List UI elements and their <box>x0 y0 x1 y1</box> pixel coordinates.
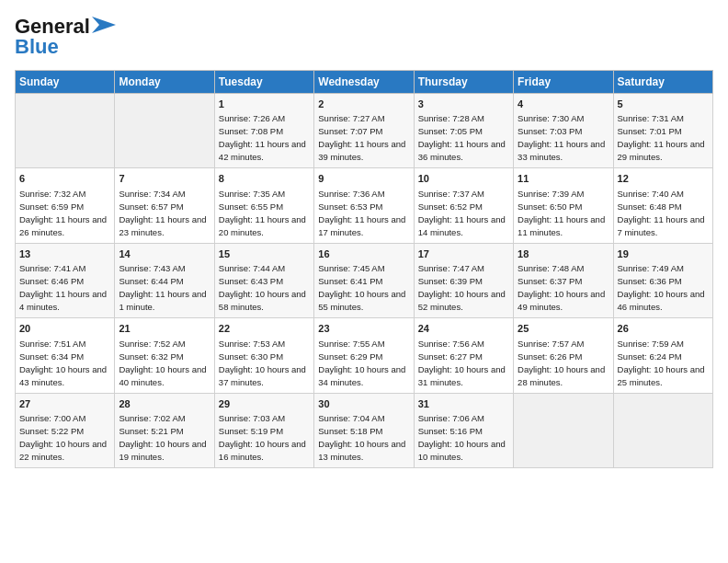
sunrise-text: Sunrise: 7:49 AM <box>618 263 684 273</box>
calendar-cell: 6Sunrise: 7:32 AMSunset: 6:59 PMDaylight… <box>16 168 115 243</box>
daylight-text: Daylight: 10 hours and 52 minutes. <box>418 289 506 312</box>
sunrise-text: Sunrise: 7:57 AM <box>518 339 584 349</box>
calendar-cell: 9Sunrise: 7:36 AMSunset: 6:53 PMDaylight… <box>314 168 414 243</box>
sunrise-text: Sunrise: 7:48 AM <box>518 263 584 273</box>
daylight-text: Daylight: 10 hours and 13 minutes. <box>318 439 405 462</box>
daylight-text: Daylight: 10 hours and 16 minutes. <box>219 439 306 462</box>
sunrise-text: Sunrise: 7:34 AM <box>119 189 185 199</box>
sunset-text: Sunset: 6:37 PM <box>518 276 582 286</box>
daylight-text: Daylight: 10 hours and 19 minutes. <box>119 439 206 462</box>
sunrise-text: Sunrise: 7:30 AM <box>518 113 584 123</box>
day-number: 7 <box>119 172 210 186</box>
daylight-text: Daylight: 11 hours and 17 minutes. <box>318 214 405 237</box>
calendar-cell <box>115 94 214 168</box>
day-number: 15 <box>219 247 310 261</box>
calendar-cell: 3Sunrise: 7:28 AMSunset: 7:05 PMDaylight… <box>414 94 513 168</box>
sunset-text: Sunset: 6:59 PM <box>19 201 84 212</box>
sunset-text: Sunset: 5:16 PM <box>418 426 483 436</box>
daylight-text: Daylight: 10 hours and 25 minutes. <box>618 364 705 387</box>
calendar-week-row: 6Sunrise: 7:32 AMSunset: 6:59 PMDaylight… <box>16 168 713 243</box>
sunset-text: Sunset: 6:50 PM <box>518 201 582 212</box>
sunset-text: Sunset: 6:29 PM <box>318 351 382 362</box>
day-number: 17 <box>418 247 509 261</box>
calendar-week-row: 27Sunrise: 7:00 AMSunset: 5:22 PMDayligh… <box>16 393 713 467</box>
calendar-week-row: 20Sunrise: 7:51 AMSunset: 6:34 PMDayligh… <box>16 318 713 393</box>
header-thursday: Thursday <box>414 71 513 94</box>
day-number: 12 <box>618 172 709 186</box>
daylight-text: Daylight: 11 hours and 11 minutes. <box>518 214 605 237</box>
daylight-text: Daylight: 11 hours and 1 minute. <box>119 289 206 312</box>
calendar-cell: 21Sunrise: 7:52 AMSunset: 6:32 PMDayligh… <box>115 318 214 393</box>
sunrise-text: Sunrise: 7:06 AM <box>418 413 484 423</box>
sunset-text: Sunset: 6:46 PM <box>19 276 84 286</box>
calendar-header-row: SundayMondayTuesdayWednesdayThursdayFrid… <box>16 71 713 94</box>
sunrise-text: Sunrise: 7:36 AM <box>318 189 384 199</box>
calendar-cell: 31Sunrise: 7:06 AMSunset: 5:16 PMDayligh… <box>414 393 513 467</box>
sunrise-text: Sunrise: 7:35 AM <box>219 189 285 199</box>
day-number: 1 <box>219 98 310 111</box>
sunrise-text: Sunrise: 7:32 AM <box>19 189 85 199</box>
daylight-text: Daylight: 11 hours and 23 minutes. <box>119 214 206 237</box>
sunset-text: Sunset: 6:36 PM <box>618 276 682 286</box>
sunrise-text: Sunrise: 7:26 AM <box>219 113 285 123</box>
sunrise-text: Sunrise: 7:04 AM <box>318 413 384 423</box>
calendar-cell: 20Sunrise: 7:51 AMSunset: 6:34 PMDayligh… <box>16 318 115 393</box>
sunrise-text: Sunrise: 7:52 AM <box>119 339 185 349</box>
sunrise-text: Sunrise: 7:47 AM <box>418 263 484 273</box>
sunset-text: Sunset: 7:03 PM <box>518 126 582 136</box>
sunrise-text: Sunrise: 7:40 AM <box>618 189 684 199</box>
header-monday: Monday <box>115 71 214 94</box>
day-number: 16 <box>318 247 409 261</box>
sunset-text: Sunset: 6:55 PM <box>219 201 283 212</box>
header-sunday: Sunday <box>16 71 115 94</box>
sunrise-text: Sunrise: 7:45 AM <box>318 263 384 273</box>
calendar-cell: 10Sunrise: 7:37 AMSunset: 6:52 PMDayligh… <box>414 168 513 243</box>
daylight-text: Daylight: 11 hours and 20 minutes. <box>219 214 306 237</box>
calendar-table: SundayMondayTuesdayWednesdayThursdayFrid… <box>15 70 713 468</box>
sunset-text: Sunset: 5:19 PM <box>219 426 283 436</box>
daylight-text: Daylight: 10 hours and 37 minutes. <box>219 364 306 387</box>
sunset-text: Sunset: 6:39 PM <box>418 276 483 286</box>
sunrise-text: Sunrise: 7:55 AM <box>318 339 384 349</box>
calendar-cell: 13Sunrise: 7:41 AMSunset: 6:46 PMDayligh… <box>16 243 115 317</box>
sunset-text: Sunset: 7:01 PM <box>618 126 682 136</box>
sunset-text: Sunset: 7:05 PM <box>418 126 483 136</box>
calendar-cell: 22Sunrise: 7:53 AMSunset: 6:30 PMDayligh… <box>214 318 313 393</box>
sunset-text: Sunset: 6:32 PM <box>119 351 183 362</box>
calendar-cell: 17Sunrise: 7:47 AMSunset: 6:39 PMDayligh… <box>414 243 513 317</box>
day-number: 30 <box>318 397 409 411</box>
daylight-text: Daylight: 11 hours and 36 minutes. <box>418 139 506 162</box>
calendar-week-row: 13Sunrise: 7:41 AMSunset: 6:46 PMDayligh… <box>16 243 713 317</box>
calendar-cell: 12Sunrise: 7:40 AMSunset: 6:48 PMDayligh… <box>613 168 712 243</box>
calendar-cell: 23Sunrise: 7:55 AMSunset: 6:29 PMDayligh… <box>314 318 414 393</box>
day-number: 20 <box>19 322 110 336</box>
daylight-text: Daylight: 10 hours and 43 minutes. <box>19 364 107 387</box>
daylight-text: Daylight: 10 hours and 28 minutes. <box>518 364 605 387</box>
day-number: 28 <box>119 397 210 411</box>
calendar-cell: 14Sunrise: 7:43 AMSunset: 6:44 PMDayligh… <box>115 243 214 317</box>
sunset-text: Sunset: 5:22 PM <box>19 426 84 436</box>
sunrise-text: Sunrise: 7:37 AM <box>418 189 484 199</box>
sunset-text: Sunset: 6:48 PM <box>618 201 682 212</box>
day-number: 25 <box>518 322 609 336</box>
daylight-text: Daylight: 10 hours and 34 minutes. <box>318 364 405 387</box>
calendar-week-row: 1Sunrise: 7:26 AMSunset: 7:08 PMDaylight… <box>16 94 713 168</box>
day-number: 22 <box>219 322 310 336</box>
sunrise-text: Sunrise: 7:31 AM <box>618 113 684 123</box>
calendar-cell: 7Sunrise: 7:34 AMSunset: 6:57 PMDaylight… <box>115 168 214 243</box>
daylight-text: Daylight: 10 hours and 40 minutes. <box>119 364 206 387</box>
daylight-text: Daylight: 10 hours and 22 minutes. <box>19 439 107 462</box>
calendar-cell <box>16 94 115 168</box>
day-number: 21 <box>119 322 210 336</box>
calendar-cell: 27Sunrise: 7:00 AMSunset: 5:22 PMDayligh… <box>16 393 115 467</box>
day-number: 26 <box>618 322 709 336</box>
calendar-cell: 28Sunrise: 7:02 AMSunset: 5:21 PMDayligh… <box>115 393 214 467</box>
sunrise-text: Sunrise: 7:39 AM <box>518 189 584 199</box>
day-number: 10 <box>418 172 509 186</box>
sunrise-text: Sunrise: 7:02 AM <box>119 413 185 423</box>
sunset-text: Sunset: 5:21 PM <box>119 426 183 436</box>
day-number: 5 <box>618 98 709 111</box>
sunrise-text: Sunrise: 7:43 AM <box>119 263 185 273</box>
sunrise-text: Sunrise: 7:59 AM <box>618 339 684 349</box>
sunset-text: Sunset: 6:57 PM <box>119 201 183 212</box>
